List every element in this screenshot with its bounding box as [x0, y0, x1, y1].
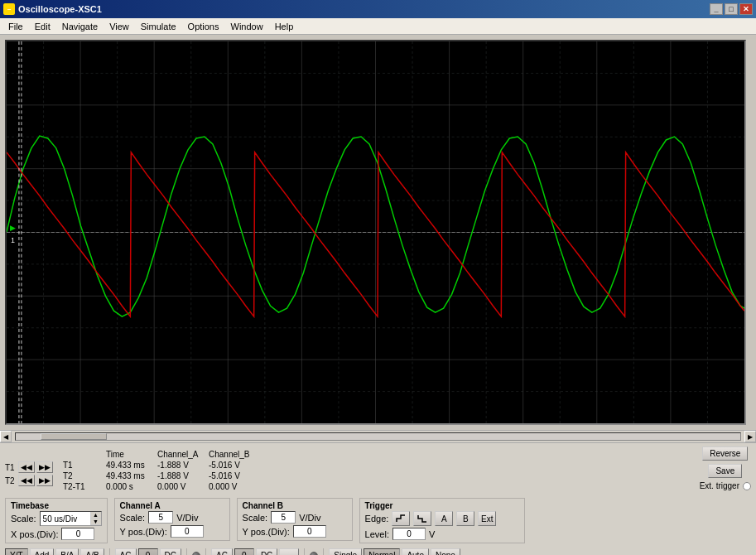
menu-help[interactable]: Help	[270, 20, 299, 33]
channel-a-ac-button[interactable]: AC	[115, 548, 137, 555]
scrollbar-track[interactable]	[15, 432, 741, 441]
divider-4	[304, 548, 305, 555]
auto-button[interactable]: Auto	[402, 548, 429, 555]
trigger-label: Trigger	[365, 501, 519, 510]
channel-b-dc-button[interactable]: DC	[256, 548, 277, 555]
grid-svg: 1	[7, 41, 744, 423]
scrollbar-area[interactable]: ◀ ▶	[0, 430, 756, 443]
t1-right-button[interactable]: ▶▶	[36, 461, 53, 473]
channel-b-scale-input[interactable]	[271, 511, 296, 524]
channel-b-ypos-input[interactable]	[293, 525, 326, 538]
channel-a-section: Channel A Scale: V/Div Y pos.(Div):	[114, 498, 230, 541]
channel-a-ypos-row: Y pos.(Div):	[120, 525, 224, 538]
channel-a-zero-button[interactable]: 0	[138, 548, 158, 555]
trigger-edge-a[interactable]: A	[435, 511, 453, 526]
channel-b-section: Channel B Scale: V/Div Y pos.(Div):	[237, 498, 353, 541]
trigger-edge-falling[interactable]	[413, 511, 431, 526]
channel-b-scale-row: Scale: V/Div	[243, 511, 347, 524]
menu-navigate[interactable]: Navigate	[57, 20, 103, 33]
timebase-scale-down[interactable]: ▼	[91, 519, 101, 525]
channel-a-scale-row: Scale: V/Div	[120, 511, 224, 524]
channel-b-scale-unit: V/Div	[299, 513, 320, 523]
divider-2	[186, 548, 187, 555]
channel-a-scale-label: Scale:	[120, 513, 146, 523]
add-button[interactable]: Add	[30, 548, 55, 555]
t2t1-channel-b: 0.000 V	[207, 482, 257, 491]
t1-left-button[interactable]: ◀◀	[18, 461, 35, 473]
window-controls: _ □ ✕	[710, 3, 753, 15]
trigger-edge-rising[interactable]	[392, 511, 410, 526]
maximize-button[interactable]: □	[725, 3, 738, 15]
trigger-section: Trigger Edge: A B Ext Level:	[359, 498, 525, 543]
channel-b-zero-button[interactable]: 0	[234, 548, 254, 555]
menu-window[interactable]: Window	[226, 20, 268, 33]
channel-a-ypos-label: Y pos.(Div):	[120, 527, 167, 537]
menu-view[interactable]: View	[104, 20, 134, 33]
channel-a-ypos-input[interactable]	[171, 525, 204, 538]
minimize-button[interactable]: _	[710, 3, 723, 15]
trigger-edge-ext[interactable]: Ext	[478, 511, 496, 526]
none-button[interactable]: None	[431, 548, 460, 555]
menu-edit[interactable]: Edit	[30, 20, 55, 33]
yt-button[interactable]: Y/T	[5, 548, 28, 555]
screen-container: 1 ▶	[0, 35, 756, 430]
t1-channel-a: -1.888 V	[156, 461, 205, 470]
timebase-scale-spinner[interactable]: ▲ ▼	[40, 511, 102, 526]
t2-left-button[interactable]: ◀◀	[18, 475, 35, 486]
single-button[interactable]: Single	[329, 548, 362, 555]
menu-options[interactable]: Options	[183, 20, 224, 33]
reverse-button[interactable]: Reverse	[702, 446, 748, 461]
t2t1-time: 0.000 s	[104, 482, 154, 491]
channel-a-scale-unit: V/Div	[176, 513, 198, 523]
t1-label: T1	[5, 463, 17, 472]
scrollbar-thumb[interactable]	[41, 433, 107, 440]
ba-button[interactable]: B/A	[55, 548, 79, 555]
scroll-right-button[interactable]: ▶	[744, 431, 756, 442]
channel-a-scale-input[interactable]	[148, 511, 173, 524]
t1-measurements: T1 49.433 ms -1.888 V -5.016 V	[61, 461, 257, 470]
channel-b-minus-button[interactable]: -	[279, 548, 299, 555]
controls-main-row: Timebase Scale: ▲ ▼ X pos.(Div): Channel…	[5, 498, 751, 543]
header-channel-a: Channel_A	[156, 450, 205, 459]
t1-cursor-row: T1 ◀◀ ▶▶	[5, 461, 53, 473]
scroll-left-button[interactable]: ◀	[0, 431, 12, 442]
ext-trigger-radio[interactable]	[743, 482, 751, 490]
t2-t1-measurements: T2-T1 0.000 s 0.000 V 0.000 V	[61, 482, 257, 491]
divider-5	[323, 548, 324, 555]
trigger-edge-label: Edge:	[365, 514, 389, 524]
divider-3	[205, 548, 206, 555]
t2-right-button[interactable]: ▶▶	[36, 475, 53, 486]
ext-trigger-label: Ext. trigger	[700, 481, 739, 490]
timebase-scale-up[interactable]: ▲	[91, 512, 101, 519]
t2-channel-a: -1.888 V	[156, 471, 205, 480]
t1-row-label: T1	[61, 461, 103, 470]
title-bar: ~ Oscilloscope-XSC1 _ □ ✕	[0, 0, 756, 18]
timebase-label: Timebase	[11, 501, 102, 510]
timebase-scale-input[interactable]	[41, 514, 90, 524]
control-panel: T1 ◀◀ ▶▶ T2 ◀◀ ▶▶ Time Channel_A Channel…	[0, 443, 756, 555]
channel-b-ac-button[interactable]: AC	[211, 548, 233, 555]
channel-a-led	[192, 552, 200, 556]
timebase-xpos-input[interactable]	[61, 528, 94, 540]
menu-file[interactable]: File	[3, 20, 28, 33]
t2t1-row-label: T2-T1	[61, 482, 103, 491]
t2-cursor-row: T2 ◀◀ ▶▶	[5, 475, 53, 486]
ab-button[interactable]: A/B	[80, 548, 104, 555]
normal-button[interactable]: Normal	[364, 548, 400, 555]
channel-b-led	[310, 552, 318, 556]
trigger-edge-b[interactable]: B	[456, 511, 474, 526]
timebase-xpos-label: X pos.(Div):	[11, 529, 58, 539]
reverse-save-area: Reverse Save Ext. trigger	[700, 446, 751, 490]
trigger-level-input[interactable]	[392, 528, 426, 540]
channel-a-dc-button[interactable]: DC	[160, 548, 181, 555]
t2-row-label: T2	[61, 471, 103, 480]
channel-b-ypos-row: Y pos.(Div):	[243, 525, 347, 538]
t1-time: 49.433 ms	[104, 461, 154, 470]
trigger-level-unit: V	[429, 529, 435, 539]
ext-trigger-row: Ext. trigger	[700, 481, 751, 490]
measurements-table: Time Channel_A Channel_B T1 49.433 ms -1…	[60, 448, 258, 493]
menu-simulate[interactable]: Simulate	[136, 20, 181, 33]
save-button[interactable]: Save	[708, 464, 742, 478]
close-button[interactable]: ✕	[739, 3, 753, 15]
t2t1-channel-a: 0.000 V	[156, 482, 205, 491]
